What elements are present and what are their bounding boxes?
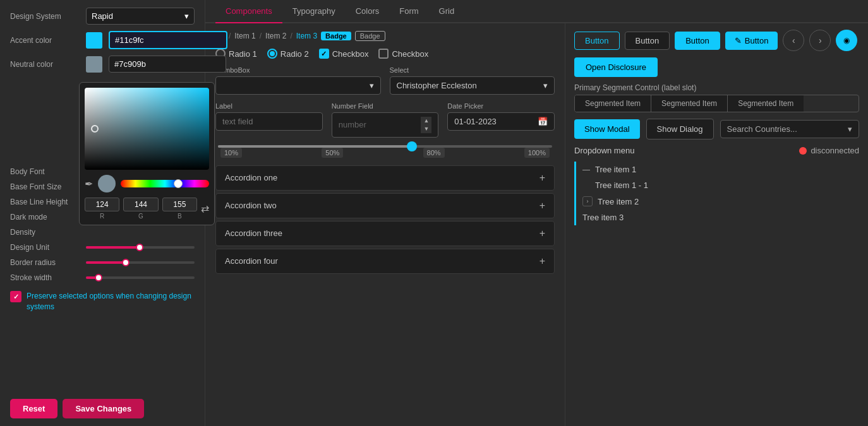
nav-next-button[interactable]: ›	[809, 30, 831, 51]
range-fill	[218, 145, 412, 148]
tree-expand-icon-2[interactable]: ›	[582, 196, 593, 206]
text-field-input[interactable]	[215, 112, 323, 131]
rgb-r-input[interactable]	[85, 198, 119, 211]
spinner-down-button[interactable]: ▼	[421, 125, 431, 133]
tree-item-3[interactable]: Tree item 3	[582, 210, 859, 225]
rgb-r-label: R	[100, 213, 104, 220]
spinner-up-button[interactable]: ▲	[421, 117, 431, 125]
tab-components[interactable]: Components	[215, 0, 282, 23]
accordion-item-2[interactable]: Accordion two +	[215, 193, 555, 218]
checkbox-2-item[interactable]: Checkbox	[378, 49, 428, 59]
breadcrumb: 📁 / Item 1 / Item 2 / Item 3 Badge Badge	[215, 31, 555, 41]
checkbox-1-label: Checkbox	[332, 49, 369, 59]
number-field-control[interactable]: number ▲ ▼	[332, 112, 439, 138]
button-solid-2[interactable]: Button	[625, 32, 670, 50]
checkbox-1-item[interactable]: ✓ Checkbox	[319, 49, 369, 59]
rgb-b-input[interactable]	[162, 198, 197, 211]
dropdown-menu-label[interactable]: Dropdown menu	[574, 146, 634, 155]
density-row: Density	[10, 228, 195, 237]
button-icon-4[interactable]: ✎ Button	[725, 32, 778, 50]
tree-item-1-1[interactable]: Tree item 1 - 1	[582, 177, 859, 193]
design-unit-label: Design Unit	[10, 243, 80, 252]
density-label: Density	[10, 228, 80, 237]
preserve-text: Preserve selected options when changing …	[27, 291, 195, 312]
accordion-3-expand-icon: +	[539, 228, 545, 239]
select-control[interactable]: Christopher Eccleston ▾	[390, 76, 555, 95]
radio-1-label: Radio 1	[229, 49, 257, 59]
combo-chevron-icon: ▾	[370, 81, 374, 90]
accordion-4-label: Accordion four	[225, 256, 278, 266]
color-preview-swatch	[98, 175, 116, 192]
tab-typography[interactable]: Typography	[282, 0, 346, 23]
neutral-color-input[interactable]	[109, 56, 226, 73]
status-indicator: disconnected	[799, 146, 859, 155]
combo-group: ComboBox ▾	[215, 66, 381, 95]
radio-2-item[interactable]: Radio 2	[267, 49, 309, 59]
date-field-control[interactable]: 01-01-2023 📅	[447, 112, 555, 131]
search-countries-input[interactable]: Search Countries... ▾	[720, 120, 859, 138]
range-thumb[interactable]	[407, 141, 417, 151]
combo-control[interactable]: ▾	[215, 76, 381, 95]
main-content: Components Typography Colors Form Grid 📁…	[205, 0, 868, 426]
neutral-color-swatch[interactable]	[86, 56, 102, 73]
breadcrumb-item2[interactable]: Item 2	[265, 32, 286, 40]
tab-colors[interactable]: Colors	[346, 0, 390, 23]
range-track[interactable]	[218, 145, 552, 148]
breadcrumb-item3[interactable]: Item 3	[296, 32, 317, 40]
tree-item-1-label: Tree item 1	[595, 165, 636, 174]
design-system-select[interactable]: Rapid ▾	[86, 8, 195, 25]
preserve-row: ✓ Preserve selected options when changin…	[10, 291, 195, 312]
rgb-b-label: B	[178, 213, 182, 220]
hue-slider[interactable]	[121, 180, 209, 187]
combo-label: ComboBox	[215, 66, 381, 74]
rgb-g-input[interactable]	[123, 198, 158, 211]
border-radius-slider[interactable]	[86, 261, 195, 264]
dropdown-status-row: Dropdown menu disconnected	[574, 146, 859, 155]
preserve-checkbox[interactable]: ✓	[10, 291, 21, 302]
save-changes-button[interactable]: Save Changes	[63, 399, 144, 418]
tab-form[interactable]: Form	[389, 0, 428, 23]
radio-checkbox-row: Radio 1 Radio 2 ✓ Checkbox Checkbox	[215, 49, 555, 59]
text-field-group: Label	[215, 102, 323, 131]
show-dialog-button[interactable]: Show Dialog	[646, 119, 714, 139]
accordion-item-4[interactable]: Accordion four +	[215, 249, 555, 274]
status-text: disconnected	[811, 146, 859, 155]
stroke-width-slider[interactable]	[86, 276, 195, 279]
accordion-item-3[interactable]: Accordion three +	[215, 221, 555, 246]
fields-row: Label Number Field number ▲ ▼ Date Picke…	[215, 102, 555, 138]
tree-item-1[interactable]: — Tree item 1	[582, 162, 859, 177]
stroke-width-label: Stroke width	[10, 273, 80, 282]
hex-toggle-icon[interactable]: ⇄	[201, 203, 209, 215]
button-filled-3[interactable]: Button	[675, 32, 720, 50]
chevron-left-icon: ‹	[792, 35, 795, 45]
open-disclosure-button[interactable]: Open Disclosure	[574, 57, 658, 77]
reset-button[interactable]: Reset	[10, 399, 57, 418]
segment-item-1[interactable]: Segmented Item	[575, 95, 651, 112]
toggle-button[interactable]: ◉	[836, 30, 857, 51]
calendar-icon: 📅	[538, 117, 548, 126]
eyedropper-icon[interactable]: ✒	[85, 178, 93, 190]
body-font-label: Body Font	[10, 167, 80, 176]
design-unit-slider[interactable]	[86, 246, 195, 249]
accent-color-swatch[interactable]	[86, 32, 102, 49]
show-modal-button[interactable]: Show Modal	[574, 119, 640, 139]
rgb-g-field: G	[123, 198, 158, 220]
date-field-group: Date Picker 01-01-2023 📅	[447, 102, 555, 131]
accordion-item-1[interactable]: Accordion one +	[215, 165, 555, 191]
segment-item-3[interactable]: Segmented Item	[728, 95, 804, 112]
tree-item-2[interactable]: › Tree item 2	[582, 193, 859, 210]
design-system-row: Design System Rapid ▾	[10, 8, 195, 25]
breadcrumb-item1[interactable]: Item 1	[234, 32, 255, 40]
color-gradient[interactable]	[85, 88, 209, 170]
segment-item-2[interactable]: Segmented Item	[651, 95, 728, 112]
range-slider-row	[218, 145, 552, 148]
tab-grid[interactable]: Grid	[429, 0, 465, 23]
button-outline-1[interactable]: Button	[574, 32, 620, 50]
number-field-label: Number Field	[332, 102, 439, 110]
accordion-3-label: Accordion three	[225, 228, 282, 238]
accent-color-input[interactable]	[109, 31, 227, 49]
select-chevron-icon: ▾	[543, 81, 548, 90]
color-crosshair[interactable]	[91, 125, 99, 133]
chevron-right-icon: ›	[819, 35, 822, 45]
nav-prev-button[interactable]: ‹	[783, 30, 804, 51]
